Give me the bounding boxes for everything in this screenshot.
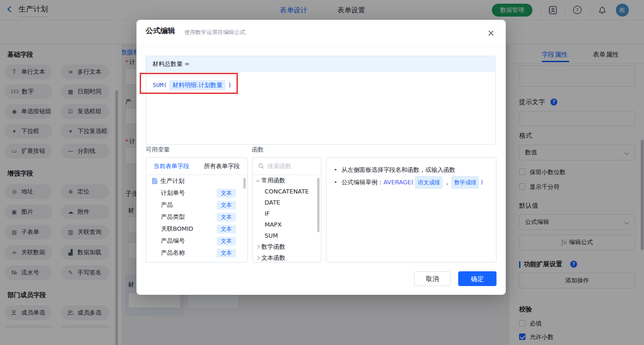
chevron-right-icon: [256, 245, 260, 249]
field-type-badge: 文本: [217, 213, 236, 222]
tips-panel: •从左侧面板选择字段名和函数，或输入函数 •公式编辑举例：AVERAGE(语文成…: [326, 157, 496, 263]
document-icon: [152, 178, 158, 184]
formula-input-area[interactable]: 材料总数量 = SUM(材料明细.计划数量): [146, 56, 496, 145]
cancel-button[interactable]: 取消: [414, 271, 451, 286]
example-field-chip: 语文成绩: [415, 176, 443, 189]
tree-field-item[interactable]: 计划单号文本: [146, 187, 247, 199]
formula-editor-modal: 公式编辑 使用数学运算符编辑公式 × 材料总数量 = SUM(材料明细.计划数量…: [136, 20, 506, 295]
function-group-text[interactable]: 文本函数: [253, 252, 321, 263]
tree-field-item[interactable]: 关联BOMID文本: [146, 223, 247, 235]
tab-all-form-fields[interactable]: 所有表单字段: [197, 162, 248, 170]
functions-label: 函数: [252, 146, 264, 154]
modal-title: 公式编辑: [146, 26, 175, 36]
example-function: AVERAGE(: [384, 179, 414, 186]
confirm-button[interactable]: 确定: [458, 271, 496, 286]
function-item[interactable]: MAPX: [253, 219, 321, 230]
function-search[interactable]: 搜索函数: [253, 158, 321, 175]
tree-field-item[interactable]: 产品名称文本: [146, 247, 247, 259]
tree-root-item[interactable]: 生产计划: [146, 175, 247, 187]
tip-line-2: •公式编辑举例：AVERAGE(语文成绩，数学成绩): [334, 176, 489, 189]
function-group-math[interactable]: 数学函数: [253, 241, 321, 252]
tab-current-form-fields[interactable]: 当前表单字段: [146, 162, 197, 170]
function-item[interactable]: IF: [253, 208, 321, 219]
function-item[interactable]: DATE: [253, 197, 321, 208]
formula-target-row: 材料总数量 =: [146, 56, 495, 72]
variables-tabs: 当前表单字段 所有表单字段: [146, 158, 247, 175]
tree-field-item[interactable]: 产品文本: [146, 199, 247, 211]
tree-field-item[interactable]: 产品编号文本: [146, 235, 247, 247]
modal-subtitle: 使用数学运算符编辑公式: [184, 29, 245, 36]
function-item[interactable]: SUM: [253, 230, 321, 241]
formula-target: 材料总数量 =: [153, 60, 189, 67]
tip-line-1: •从左侧面板选择字段名和函数，或输入函数: [334, 164, 489, 176]
field-type-badge: 文本: [217, 249, 236, 257]
annotation-highlight-box: [140, 73, 238, 94]
search-icon: [258, 163, 264, 169]
variables-scrollbar[interactable]: [243, 178, 246, 189]
example-field-chip: 数学成绩: [451, 176, 479, 189]
bullet: •: [334, 176, 337, 188]
field-type-badge: 文本: [217, 201, 236, 210]
close-icon[interactable]: ×: [486, 28, 496, 38]
bullet: •: [334, 164, 337, 176]
function-group-common[interactable]: 常用函数: [253, 175, 321, 186]
field-type-badge: 文本: [217, 189, 236, 198]
example-function-close: ): [480, 179, 483, 186]
chevron-right-icon: [256, 256, 260, 260]
functions-panel: 搜索函数 常用函数 CONCATENATE DATE IF MAPX SUM 数…: [252, 157, 321, 263]
variables-label: 可用变量: [146, 146, 170, 154]
functions-scrollbar[interactable]: [317, 178, 319, 232]
tree-field-item[interactable]: 产品类型文本: [146, 211, 247, 223]
search-placeholder: 搜索函数: [267, 162, 291, 170]
variables-panel: 当前表单字段 所有表单字段 生产计划 计划单号文本 产品文本 产品类型文本 关联…: [146, 157, 248, 263]
function-item[interactable]: CONCATENATE: [253, 186, 321, 197]
chevron-down-icon: [256, 178, 260, 181]
divider: [136, 46, 506, 47]
field-type-badge: 文本: [217, 225, 236, 234]
field-type-badge: 文本: [217, 237, 236, 246]
